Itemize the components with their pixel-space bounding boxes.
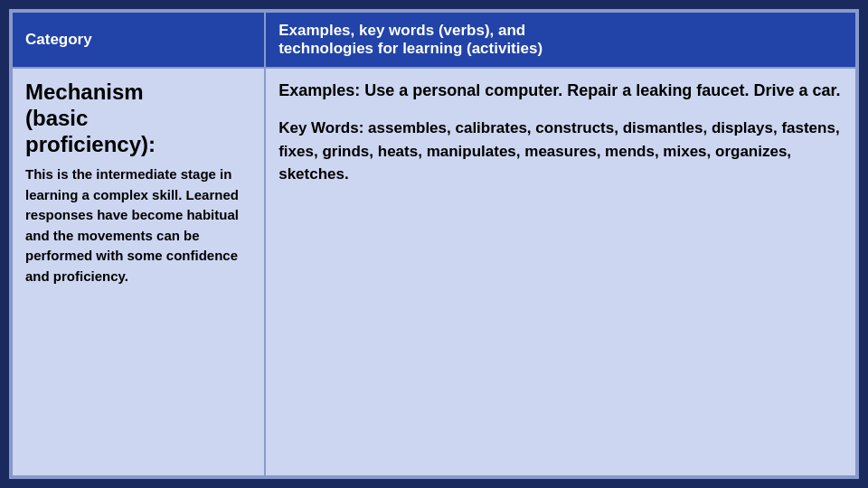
body-row: Mechanism(basicproficiency): This is the… [12, 68, 856, 476]
header-row: Category Examples, key words (verbs), an… [12, 12, 856, 68]
main-table-wrapper: Category Examples, key words (verbs), an… [9, 9, 859, 479]
mechanism-description: This is the intermediate stage in learni… [25, 164, 251, 286]
header-examples: Examples, key words (verbs), and technol… [265, 12, 856, 68]
keywords-label: Key Words: [278, 119, 363, 136]
examples-keywords-text: Key Words: assembles, calibrates, constr… [278, 117, 843, 186]
examples-main-text: Examples: Use a personal computer. Repai… [278, 80, 843, 102]
mechanism-heading: Mechanism(basicproficiency): [25, 80, 251, 157]
examples-cell: Examples: Use a personal computer. Repai… [265, 68, 856, 476]
header-category: Category [12, 12, 265, 68]
keywords-list: assembles, calibrates, constructs, disma… [278, 119, 839, 183]
content-table: Category Examples, key words (verbs), an… [11, 11, 857, 477]
category-cell: Mechanism(basicproficiency): This is the… [12, 68, 265, 476]
